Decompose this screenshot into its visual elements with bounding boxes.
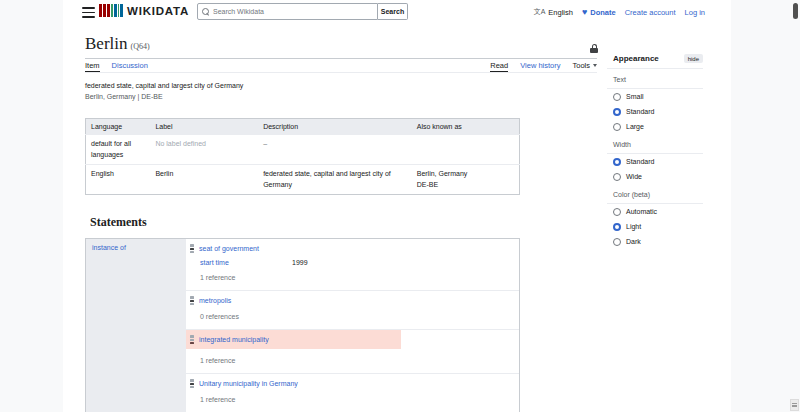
- title-row: Berlin(Q64): [85, 24, 597, 59]
- radio-text-standard[interactable]: Standard: [607, 104, 703, 119]
- radio-width-standard[interactable]: Standard: [607, 154, 703, 169]
- wikidata-logo-icon: [99, 4, 123, 17]
- table-row: English Berlin federated state, capital …: [86, 165, 520, 195]
- radio-text-large[interactable]: Large: [607, 119, 703, 134]
- radio-icon[interactable]: [613, 238, 621, 246]
- appearance-title: Appearance: [613, 54, 659, 63]
- user-links: 文A English ♥ Donate Create account Log i…: [534, 0, 705, 24]
- cell-description: –: [258, 135, 412, 165]
- login-link[interactable]: Log in: [685, 8, 705, 17]
- wikidata-logo[interactable]: WIKIDATA: [99, 4, 189, 17]
- radio-color-dark[interactable]: Dark: [607, 234, 703, 249]
- rank-normal-icon[interactable]: [190, 379, 194, 388]
- references-toggle[interactable]: 0 references: [186, 313, 519, 320]
- search-button[interactable]: Search: [378, 3, 408, 20]
- entity-aliases: Berlin, Germany | DE-BE: [85, 91, 597, 102]
- section-label-width: Width: [607, 134, 703, 154]
- radio-icon[interactable]: [613, 208, 621, 216]
- radio-color-light[interactable]: Light: [607, 219, 703, 234]
- col-also-known-as: Also known as: [412, 119, 520, 135]
- radio-icon[interactable]: [613, 173, 621, 181]
- donate-link[interactable]: ♥ Donate: [582, 8, 616, 17]
- qualifier: start time 1999: [186, 259, 519, 266]
- tab-read[interactable]: Read: [490, 59, 508, 72]
- scrollbar-thumb[interactable]: [793, 3, 798, 19]
- language-icon: 文A: [534, 7, 546, 17]
- entity-terms: federated state, capital and largest cit…: [85, 80, 597, 102]
- main-content: Berlin(Q64) Item Discussion Read View hi…: [85, 24, 597, 412]
- donate-label: Donate: [590, 8, 615, 17]
- statements-heading: Statements: [90, 215, 597, 230]
- search-input-wrap: [197, 3, 378, 20]
- rank-deprecated-icon[interactable]: [190, 335, 194, 344]
- claim-value-link[interactable]: metropolis: [199, 297, 231, 304]
- tab-item[interactable]: Item: [85, 59, 100, 72]
- claim-metropolis: metropolis 0 references: [186, 291, 519, 330]
- cell-language: English: [86, 165, 151, 195]
- col-description: Description: [258, 119, 412, 135]
- qualifier-value: 1999: [292, 259, 308, 266]
- claim-value-link[interactable]: Unitary municipality in Germany: [199, 380, 298, 387]
- scrollbar-track[interactable]: [789, 0, 800, 412]
- radio-width-wide[interactable]: Wide: [607, 169, 703, 184]
- radio-selected-icon[interactable]: [613, 223, 621, 231]
- tab-view-history[interactable]: View history: [520, 59, 560, 72]
- language-label: English: [548, 8, 573, 17]
- rank-normal-icon[interactable]: [190, 244, 194, 253]
- cell-also-known-as: [412, 135, 520, 165]
- search-input[interactable]: [213, 8, 373, 15]
- deprecated-claim-highlight: integrated municipality: [186, 330, 401, 349]
- statement-group: instance of seat of government start tim…: [85, 238, 520, 412]
- cell-also-known-as: Berlin, Germany DE-BE: [412, 165, 520, 195]
- lock-icon: [590, 44, 598, 53]
- entity-id: (Q64): [131, 42, 150, 51]
- term-table-header-row: Language Label Description Also known as: [86, 119, 520, 135]
- references-toggle[interactable]: 1 reference: [186, 274, 519, 281]
- logo-wordmark: WIKIDATA: [127, 5, 189, 17]
- language-selector[interactable]: 文A English: [534, 7, 573, 17]
- claims-list: seat of government start time 1999 1 ref…: [186, 239, 519, 412]
- rank-normal-icon[interactable]: [190, 296, 194, 305]
- claim-seat-of-government: seat of government start time 1999 1 ref…: [186, 239, 519, 291]
- qualifier-property-link[interactable]: start time: [200, 259, 292, 266]
- references-toggle[interactable]: 1 reference: [186, 357, 519, 364]
- radio-text-small[interactable]: Small: [607, 89, 703, 104]
- property-column: instance of: [86, 239, 186, 412]
- section-label-color: Color (beta): [607, 184, 703, 204]
- tab-tools[interactable]: Tools: [572, 59, 597, 72]
- create-account-link[interactable]: Create account: [625, 8, 676, 17]
- radio-selected-icon[interactable]: [613, 108, 621, 116]
- radio-icon[interactable]: [613, 93, 621, 101]
- search-box: Search: [197, 3, 408, 20]
- references-toggle[interactable]: 1 reference: [186, 396, 519, 403]
- property-link-instance-of[interactable]: instance of: [92, 244, 126, 251]
- claim-integrated-municipality: integrated municipality 1 reference: [186, 330, 519, 374]
- appearance-panel: Appearance hide Text Small Standard Larg…: [607, 52, 703, 249]
- tab-bar: Item Discussion Read View history Tools: [85, 59, 597, 73]
- main-menu-icon[interactable]: [82, 7, 95, 18]
- chevron-down-icon: [593, 64, 597, 67]
- radio-color-automatic[interactable]: Automatic: [607, 204, 703, 219]
- cell-description: federated state, capital and largest cit…: [258, 165, 412, 195]
- claim-value-link[interactable]: seat of government: [199, 245, 259, 252]
- tab-discussion[interactable]: Discussion: [112, 59, 148, 72]
- radio-selected-icon[interactable]: [613, 158, 621, 166]
- top-bar: WIKIDATA Search 文A English ♥ Donate Crea…: [63, 0, 731, 24]
- cell-label: Berlin: [150, 165, 258, 195]
- search-icon: [202, 8, 209, 15]
- col-language: Language: [86, 119, 151, 135]
- term-table: Language Label Description Also known as…: [85, 118, 520, 195]
- heart-icon: ♥: [582, 8, 587, 17]
- cell-label: No label defined: [150, 135, 258, 165]
- appearance-hide-button[interactable]: hide: [684, 54, 703, 63]
- cell-language: default for all languages: [86, 135, 151, 165]
- page-title: Berlin: [85, 34, 128, 53]
- scrollbar-bottom-button[interactable]: [790, 399, 799, 411]
- section-label-text: Text: [607, 69, 703, 89]
- claim-unitary-municipality: Unitary municipality in Germany 1 refere…: [186, 374, 519, 412]
- radio-icon[interactable]: [613, 123, 621, 131]
- col-label: Label: [150, 119, 258, 135]
- entity-description: federated state, capital and largest cit…: [85, 80, 597, 91]
- claim-value-link[interactable]: integrated municipality: [199, 336, 269, 343]
- table-row: default for all languages No label defin…: [86, 135, 520, 165]
